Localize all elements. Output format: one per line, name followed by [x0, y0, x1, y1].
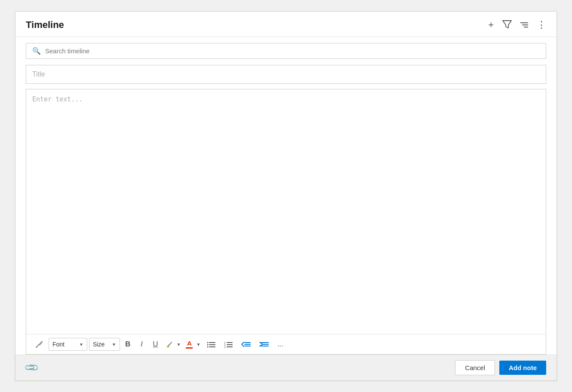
- font-color-letter: A: [187, 340, 192, 346]
- size-label: Size: [93, 341, 109, 348]
- highlight-group: ▼: [163, 338, 182, 351]
- svg-text:3.: 3.: [224, 346, 226, 348]
- more-options-icon[interactable]: ⋮: [537, 20, 546, 30]
- filter-icon-svg: [502, 19, 512, 29]
- font-color-dropdown-caret[interactable]: ▼: [195, 338, 202, 351]
- svg-point-4: [207, 346, 209, 348]
- sort-lines: [520, 22, 528, 28]
- underline-button[interactable]: U: [149, 338, 161, 351]
- decrease-indent-button[interactable]: [238, 338, 254, 351]
- title-input-wrap: [26, 65, 546, 84]
- font-color-button[interactable]: A: [184, 338, 195, 351]
- bold-button[interactable]: B: [122, 338, 134, 351]
- attach-icon[interactable]: 📎: [24, 360, 40, 376]
- header-actions: + ⋮: [488, 19, 546, 31]
- search-input[interactable]: [45, 47, 540, 55]
- title-input[interactable]: [26, 65, 546, 83]
- numbered-list-button[interactable]: 1. 2. 3.: [221, 338, 236, 351]
- add-icon[interactable]: +: [488, 20, 494, 30]
- svg-rect-1: [166, 346, 169, 348]
- format-toolbar: Font ▼ Size ▼ B I U: [26, 334, 546, 354]
- paintbrush-icon: [35, 340, 43, 349]
- font-label: Font: [52, 341, 77, 348]
- search-bar: 🔍: [26, 43, 546, 59]
- italic-button[interactable]: I: [135, 338, 148, 351]
- sort-icon[interactable]: [520, 22, 528, 28]
- clear-format-button[interactable]: [31, 338, 47, 351]
- svg-marker-0: [503, 21, 511, 28]
- footer-actions: Cancel Add note: [455, 360, 546, 375]
- footer: 📎 Cancel Add note: [15, 355, 557, 380]
- bullet-list-button[interactable]: [203, 338, 219, 351]
- font-color-group: A ▼: [184, 338, 202, 351]
- highlight-icon: [166, 340, 173, 348]
- add-note-button[interactable]: Add note: [499, 361, 546, 375]
- font-dropdown[interactable]: Font ▼: [49, 338, 87, 351]
- svg-point-3: [207, 344, 209, 346]
- highlight-button[interactable]: [163, 338, 175, 351]
- increase-indent-button[interactable]: [256, 338, 272, 351]
- text-area[interactable]: [26, 89, 546, 334]
- header: Timeline + ⋮: [15, 12, 557, 37]
- font-color-indicator: [186, 347, 193, 349]
- cancel-button[interactable]: Cancel: [455, 360, 495, 375]
- font-caret: ▼: [79, 342, 83, 347]
- text-area-wrap: Font ▼ Size ▼ B I U: [26, 89, 546, 355]
- page-title: Timeline: [26, 19, 64, 31]
- timeline-panel: Timeline + ⋮ 🔍: [15, 11, 557, 381]
- highlight-dropdown-caret[interactable]: ▼: [175, 338, 182, 351]
- search-icon: 🔍: [32, 47, 41, 55]
- svg-point-2: [207, 342, 209, 343]
- more-toolbar-button[interactable]: ...: [274, 338, 286, 351]
- size-caret: ▼: [112, 342, 116, 347]
- size-dropdown[interactable]: Size ▼: [89, 338, 120, 351]
- filter-icon[interactable]: [502, 19, 512, 31]
